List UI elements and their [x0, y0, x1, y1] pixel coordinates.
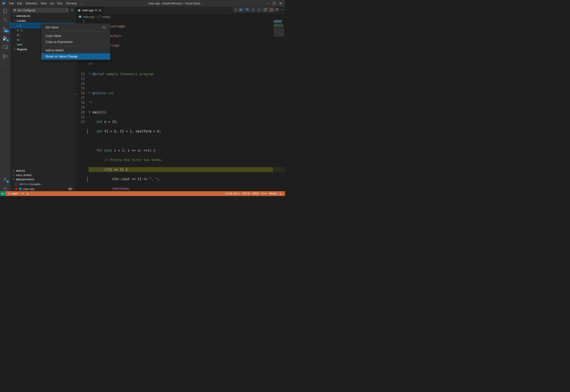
breakpoint-main-cpp[interactable]: ✓ main.cpp 11 [10, 186, 75, 191]
var-name: n [17, 29, 18, 32]
drag-grip-icon[interactable]: ⠿ [235, 8, 237, 12]
menu-item-label: Copy Value [45, 34, 61, 38]
split-editor-icon[interactable] [275, 8, 279, 12]
window-title: main.cpp - simple-fibonacci - Visual Stu… [84, 2, 266, 5]
explorer-icon[interactable] [3, 8, 8, 14]
symbol-method-icon [98, 15, 101, 18]
section-breakpoints-label: Breakpoints [16, 178, 34, 181]
menu-item-label: Break on Value Change [45, 55, 78, 58]
debug-toolbar[interactable]: ⠿ [233, 7, 275, 13]
svg-rect-9 [3, 57, 5, 58]
chevron-right-icon [13, 174, 15, 177]
menu-go[interactable]: Go [48, 2, 56, 5]
svg-point-13 [72, 10, 73, 11]
cpp-file-icon: C+ [79, 15, 82, 18]
tab-main-cpp[interactable]: C+ main.cpp M [75, 6, 104, 14]
title-bar: File Edit Selection View Go Run Terminal… [0, 0, 285, 6]
extensions-icon[interactable] [3, 54, 8, 59]
menu-terminal[interactable]: Terminal [64, 2, 78, 5]
svg-point-11 [4, 178, 6, 180]
menu-edit[interactable]: Edit [15, 2, 24, 5]
var-value: 1 [20, 24, 22, 27]
svg-point-18 [253, 11, 253, 11]
svg-point-4 [6, 29, 7, 29]
settings-gear-icon[interactable] [3, 186, 8, 191]
tab-modified-indicator: M [95, 9, 97, 12]
breakpoint-all-cpp-exceptions[interactable]: All C++ Exceptio... [10, 182, 75, 186]
svg-rect-10 [6, 56, 7, 57]
debug-config-selector[interactable]: No Configurat [12, 8, 69, 13]
run-and-debug-icon[interactable]: 1 [3, 36, 8, 41]
code-content[interactable]: #include <iostream> #include <vector> .n… [89, 19, 285, 191]
tab-label: main.cpp [82, 9, 93, 12]
more-icon[interactable]: ··· [3, 63, 8, 68]
svg-text:C+: C+ [79, 16, 81, 18]
breadcrumb-symbol[interactable]: main() [102, 15, 110, 18]
accounts-badge: 2 [6, 180, 9, 183]
window-maximize-icon[interactable] [273, 2, 275, 5]
section-watch[interactable]: Watch [10, 169, 75, 173]
minimap[interactable] [273, 19, 285, 191]
menu-overflow-icon[interactable]: ··· [78, 2, 84, 5]
status-eol[interactable]: CRLF [251, 192, 260, 195]
remote-indicator[interactable] [0, 191, 5, 196]
section-variables[interactable]: Variables [10, 14, 75, 18]
status-branch[interactable]: main* [7, 192, 20, 195]
step-into-icon[interactable] [251, 8, 255, 12]
source-control-icon[interactable]: 1K+ [3, 27, 8, 32]
remote-explorer-icon[interactable] [3, 45, 8, 50]
menu-set-value[interactable]: Set Value F2 [41, 24, 110, 30]
status-encoding[interactable]: UTF-8 [241, 192, 251, 195]
breakpoint-dot-icon [15, 188, 17, 190]
menu-copy-expression[interactable]: Copy as Expression [41, 39, 110, 45]
menu-accelerator: F2 [103, 26, 106, 29]
status-position[interactable]: Ln 16, Col 1 [224, 192, 241, 195]
search-icon[interactable] [3, 17, 8, 23]
menu-separator [44, 46, 108, 46]
configure-gear-icon[interactable] [70, 8, 74, 12]
window-close-icon[interactable] [279, 2, 282, 5]
continue-icon[interactable] [239, 8, 243, 12]
var-name: next [17, 43, 22, 46]
chevron-right-icon [13, 169, 15, 172]
svg-rect-8 [3, 55, 5, 56]
more-actions-icon[interactable]: ··· [281, 8, 284, 12]
menu-run[interactable]: Run [56, 2, 64, 5]
accounts-icon[interactable]: 2 [3, 177, 8, 182]
menu-break-on-value-change[interactable]: Break on Value Change [41, 53, 110, 59]
menu-add-to-watch[interactable]: Add to Watch [41, 47, 110, 53]
breadcrumb-file[interactable]: main.cpp [83, 15, 94, 18]
svg-rect-20 [270, 9, 273, 11]
close-icon[interactable] [99, 9, 102, 12]
step-out-icon[interactable] [257, 8, 261, 12]
section-breakpoints[interactable]: Breakpoints [10, 177, 75, 182]
step-over-icon[interactable] [245, 8, 249, 12]
section-callstack[interactable]: Call Stack [10, 173, 75, 177]
restart-icon[interactable] [263, 8, 267, 12]
locals-header[interactable]: Locals [10, 18, 75, 23]
menu-copy-value[interactable]: Copy Value [41, 33, 110, 39]
svg-text:C+: C+ [78, 10, 80, 11]
svg-point-24 [8, 193, 9, 193]
cpp-file-icon: C+ [78, 9, 81, 12]
context-menu: Set Value F2 Copy Value Copy as Expressi… [41, 23, 110, 60]
menu-file[interactable]: File [7, 2, 15, 5]
status-bar: main* Ln 16, Col 1 UTF-8 CRLF C++ Win32 [0, 191, 285, 196]
status-language[interactable]: C++ [260, 192, 268, 195]
svg-point-7 [6, 47, 7, 49]
menu-selection[interactable]: Selection [24, 2, 39, 5]
status-debug-icon[interactable] [25, 192, 30, 195]
stop-icon[interactable] [269, 8, 273, 12]
status-target[interactable]: Win32 [268, 192, 278, 195]
status-notifications-icon[interactable] [278, 192, 283, 195]
branch-label: main* [12, 192, 18, 195]
checkbox-unchecked-icon[interactable] [15, 182, 18, 186]
menu-view[interactable]: View [39, 2, 48, 5]
svg-point-19 [259, 11, 259, 11]
breadcrumb[interactable]: C+ main.cpp › main() [75, 14, 285, 19]
var-name: t1 [17, 33, 19, 37]
status-sync-icon[interactable] [20, 192, 25, 195]
locals-label: Locals [17, 19, 26, 22]
window-minimize-icon[interactable] [266, 2, 269, 5]
checkbox-checked-icon[interactable]: ✓ [19, 187, 22, 190]
